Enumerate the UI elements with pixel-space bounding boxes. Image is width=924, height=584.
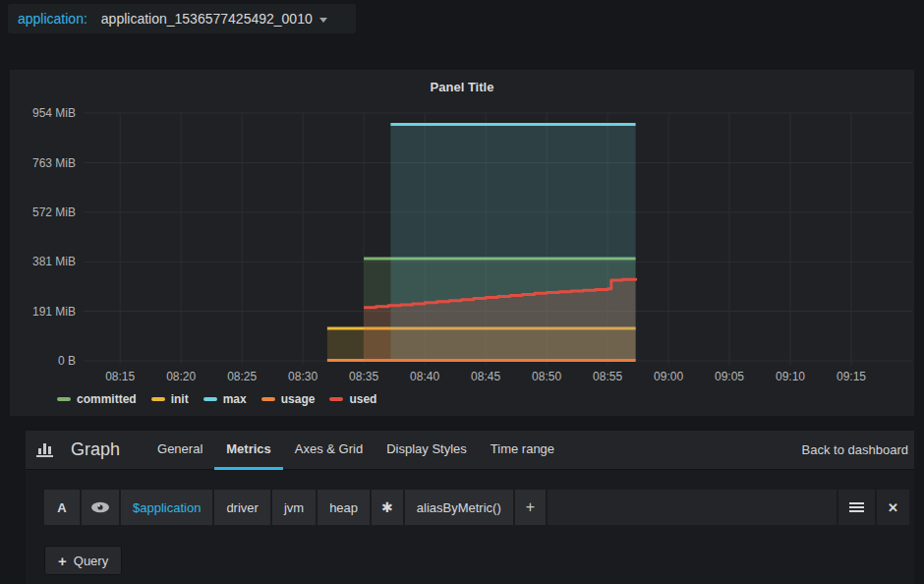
toggle-visibility-button[interactable] [82, 490, 119, 525]
close-icon: ✕ [888, 500, 898, 515]
legend-swatch-icon [329, 397, 343, 401]
svg-text:08:25: 08:25 [227, 370, 257, 383]
svg-text:08:45: 08:45 [471, 370, 500, 383]
legend-item[interactable]: committed [57, 392, 137, 406]
legend-swatch-icon [203, 397, 217, 401]
panel-type-label: Graph [71, 439, 120, 460]
back-to-dashboard-link[interactable]: Back to dashboard [802, 442, 908, 457]
legend-item[interactable]: used [329, 392, 376, 406]
query-segment-heap[interactable]: heap [318, 490, 370, 525]
caret-down-icon [319, 18, 327, 23]
svg-text:08:30: 08:30 [288, 370, 318, 383]
query-row: A $application driver jvm heap ✱ aliasBy… [44, 490, 909, 525]
tab-metrics[interactable]: Metrics [214, 431, 283, 470]
svg-text:572 MiB: 572 MiB [32, 205, 76, 219]
svg-text:09:00: 09:00 [654, 370, 683, 383]
legend-label: used [349, 392, 376, 406]
svg-text:08:20: 08:20 [166, 370, 196, 383]
legend-item[interactable]: usage [261, 392, 316, 406]
add-query-label: Query [74, 554, 108, 568]
svg-text:09:15: 09:15 [837, 370, 866, 383]
tab-general[interactable]: General [145, 431, 214, 470]
tab-axes-grid[interactable]: Axes & Grid [283, 431, 375, 470]
query-menu-button[interactable] [838, 490, 875, 525]
legend-label: committed [77, 392, 137, 406]
panel-graph: 08:1508:2008:2508:3008:3508:4008:4508:50… [10, 95, 914, 390]
svg-text:09:10: 09:10 [776, 370, 805, 383]
legend-label: usage [281, 392, 316, 406]
legend-item[interactable]: max [203, 392, 247, 406]
svg-text:08:55: 08:55 [593, 370, 622, 383]
legend-item[interactable]: init [151, 392, 189, 406]
chart-legend: committedinitmaxusageused [57, 392, 376, 406]
tab-display-styles[interactable]: Display Styles [375, 431, 479, 470]
query-row-spacer [548, 490, 837, 525]
legend-label: max [223, 392, 247, 406]
variable-label: application: [18, 11, 87, 27]
query-segment-application[interactable]: $application [121, 490, 212, 525]
variable-value-text: application_1536577425492_0010 [101, 11, 313, 27]
svg-text:09:05: 09:05 [715, 370, 744, 383]
plus-icon: + [58, 553, 67, 569]
svg-text:763 MiB: 763 MiB [32, 156, 76, 170]
add-segment-button[interactable]: + [515, 490, 546, 525]
panel-editor: Graph General Metrics Axes & Grid Displa… [26, 431, 914, 584]
legend-swatch-icon [151, 397, 165, 401]
svg-text:954 MiB: 954 MiB [32, 106, 76, 120]
tab-time-range[interactable]: Time range [479, 431, 566, 470]
template-variable-bar: application: application_1536577425492_0… [8, 4, 356, 33]
query-ref-letter[interactable]: A [44, 490, 80, 525]
eye-icon [90, 501, 110, 513]
query-function-aliasByMetric[interactable]: aliasByMetric() [405, 490, 513, 525]
editor-tabbar: Graph General Metrics Axes & Grid Displa… [26, 431, 914, 470]
legend-swatch-icon [261, 397, 275, 401]
svg-text:0 B: 0 B [58, 354, 76, 368]
panel-title[interactable]: Panel Title [10, 80, 914, 94]
menu-icon [849, 500, 864, 514]
legend-swatch-icon [57, 397, 71, 401]
query-segment-jvm[interactable]: jvm [272, 490, 316, 525]
legend-label: init [171, 392, 189, 406]
svg-text:191 MiB: 191 MiB [32, 305, 76, 319]
remove-query-button[interactable]: ✕ [877, 490, 909, 525]
svg-text:381 MiB: 381 MiB [32, 255, 76, 268]
svg-text:08:50: 08:50 [532, 370, 561, 383]
add-query-button[interactable]: + Query [44, 546, 122, 575]
svg-text:08:40: 08:40 [410, 370, 439, 383]
svg-text:08:35: 08:35 [349, 370, 378, 383]
variable-value-dropdown[interactable]: application_1536577425492_0010 [101, 11, 327, 27]
bar-chart-icon [36, 440, 57, 459]
query-segment-wildcard[interactable]: ✱ [372, 490, 403, 525]
query-segment-driver[interactable]: driver [214, 490, 270, 525]
graph-panel: Panel Title 08:1508:2008:2508:3008:3508:… [10, 70, 914, 416]
svg-text:08:15: 08:15 [105, 370, 135, 383]
